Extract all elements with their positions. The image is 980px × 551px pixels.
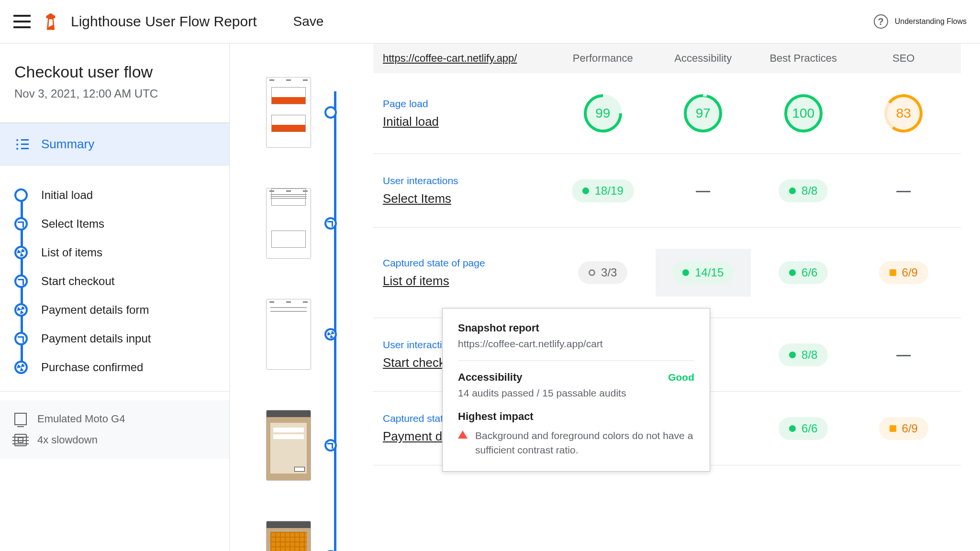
tooltip-url: https://coffee-cart.netlify.app/cart (458, 338, 694, 361)
step-thumbnail[interactable] (266, 410, 311, 481)
col-best-practices: Best Practices (756, 52, 851, 65)
sidebar-summary[interactable]: Summary (0, 123, 229, 165)
score-chip[interactable]: 6/9 (879, 261, 928, 284)
score-gauge[interactable]: 100 (784, 94, 823, 132)
clock-marker-icon (14, 332, 28, 345)
step-thumbnail[interactable] (266, 299, 311, 370)
sidebar-step-label: Purchase confirmed (41, 361, 143, 374)
app-title: Lighthouse User Flow Report (71, 13, 257, 30)
help-label: Understanding Flows (895, 17, 967, 26)
sidebar-step-label: Start checkout (41, 275, 114, 288)
not-applicable: — (896, 183, 911, 199)
summary-table: https://coffee-cart.netlify.app/ Perform… (373, 44, 980, 551)
step-type: Captured state of page (383, 257, 550, 269)
sidebar-step-label: Select Items (41, 217, 104, 231)
snap-marker-icon (14, 246, 28, 259)
summary-row: User interactionsSelect Items18/19—8/8— (373, 154, 961, 228)
timeline (230, 44, 373, 551)
tested-url[interactable]: https://coffee-cart.netlify.app/ (383, 52, 550, 65)
tooltip-sub: 14 audits passed / 15 passable audits (458, 387, 694, 399)
step-thumbnail[interactable] (266, 77, 311, 148)
not-applicable: — (896, 347, 911, 363)
nav-marker-icon (324, 106, 337, 119)
flow-title: Checkout user flow (14, 63, 215, 81)
score-gauge[interactable]: 97 (684, 94, 722, 132)
score-chip[interactable]: 8/8 (779, 179, 828, 202)
sidebar-step-label: Payment details form (41, 303, 149, 317)
score-chip[interactable]: 6/6 (779, 261, 828, 284)
sidebar-step[interactable]: Payment details form (14, 296, 215, 324)
list-icon (16, 139, 29, 150)
score-gauge[interactable]: 83 (884, 94, 923, 132)
timespan-marker-icon (324, 217, 337, 230)
col-seo: SEO (856, 52, 952, 65)
step-name-link[interactable]: Select Items (383, 191, 550, 206)
env-device: Emulated Moto G4 (14, 413, 215, 425)
snapshot-marker-icon (324, 328, 337, 341)
sidebar-step-label: List of items (41, 246, 102, 259)
tooltip-impact-title: Highest impact (458, 410, 694, 423)
sidebar-step[interactable]: Purchase confirmed (14, 353, 215, 382)
sidebar-step[interactable]: Start checkout (14, 267, 215, 296)
cpu-icon (14, 434, 27, 446)
tooltip-title: Snapshot report (458, 322, 694, 334)
warning-triangle-icon (458, 430, 468, 439)
snap-marker-icon (14, 361, 28, 374)
save-button[interactable]: Save (293, 14, 324, 29)
step-thumbnail[interactable] (266, 521, 311, 551)
sidebar-step[interactable]: Payment details input (14, 324, 215, 353)
step-name-link[interactable]: Initial load (383, 114, 550, 129)
tooltip-category: Accessibility (458, 371, 523, 384)
snap-marker-icon (14, 303, 28, 317)
sidebar-step[interactable]: List of items (14, 238, 215, 267)
menu-icon[interactable] (13, 15, 31, 28)
tooltip-issue: Background and foreground colors do not … (475, 429, 694, 458)
step-thumbnail[interactable] (266, 188, 311, 259)
summary-row: Page loadInitial load999710083 (373, 73, 961, 154)
sidebar-step-label: Initial load (41, 188, 93, 202)
sidebar-step[interactable]: Initial load (14, 181, 215, 209)
nav-marker-icon (14, 188, 28, 202)
score-chip[interactable]: 14/15 (672, 261, 734, 284)
help-icon: ? (874, 14, 888, 29)
lighthouse-icon (44, 13, 57, 30)
not-applicable: — (696, 183, 710, 199)
score-gauge[interactable]: 99 (584, 94, 622, 132)
clock-marker-icon (14, 275, 28, 288)
score-tooltip: Snapshot report https://coffee-cart.netl… (442, 308, 710, 472)
summary-row: Captured state of pageList of items3/314… (373, 228, 961, 318)
clock-marker-icon (14, 217, 28, 231)
device-icon (14, 413, 27, 425)
col-performance: Performance (555, 52, 651, 65)
help-link[interactable]: ? Understanding Flows (874, 14, 967, 29)
score-chip[interactable]: 8/8 (779, 343, 828, 366)
col-accessibility: Accessibility (656, 52, 751, 65)
env-cpu: 4x slowdown (14, 434, 215, 446)
sidebar-step[interactable]: Select Items (14, 209, 215, 238)
flow-date: Nov 3, 2021, 12:00 AM UTC (14, 87, 215, 100)
score-chip[interactable]: 3/3 (578, 261, 627, 284)
score-chip[interactable]: 6/9 (879, 417, 928, 440)
sidebar-step-label: Payment details input (41, 332, 151, 345)
step-type: User interactions (383, 175, 550, 187)
step-name-link[interactable]: List of items (383, 274, 550, 288)
score-chip[interactable]: 18/19 (572, 179, 634, 202)
tooltip-rating: Good (668, 372, 694, 383)
sidebar: Checkout user flow Nov 3, 2021, 12:00 AM… (0, 44, 230, 551)
score-chip[interactable]: 6/6 (779, 417, 828, 440)
timespan-marker-icon (324, 439, 337, 452)
step-type: Page load (383, 98, 550, 110)
